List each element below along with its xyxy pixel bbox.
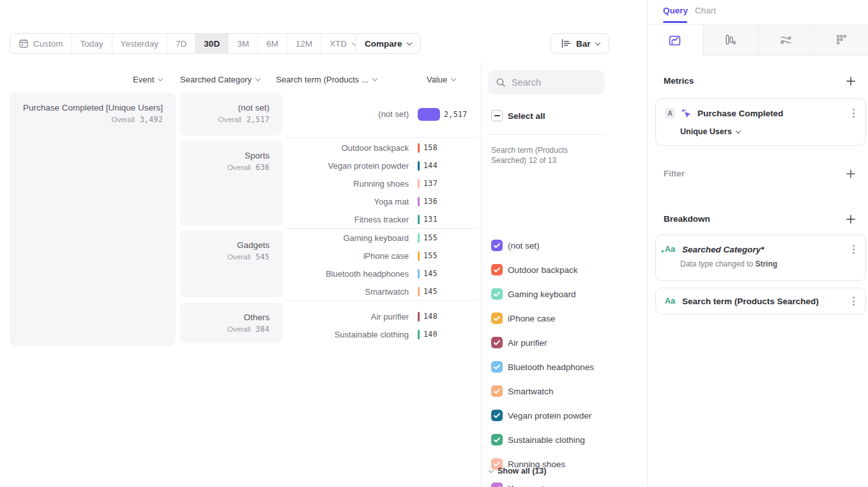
checkbox-checked[interactable] [491, 361, 503, 373]
checkbox-checked[interactable] [491, 264, 503, 275]
value-text: 2,517 [444, 110, 468, 119]
legend-panel: Select all Search term (Products Searche… [481, 61, 647, 487]
select-all[interactable]: Select all [491, 110, 545, 121]
tab-retention[interactable] [813, 25, 868, 56]
add-filter-button[interactable] [846, 169, 856, 179]
value-bar[interactable] [418, 269, 420, 279]
category-cell-not-set[interactable]: (not set) Overall2,517 [180, 93, 282, 135]
check-icon [491, 313, 503, 324]
tab-query[interactable]: Query [663, 6, 688, 15]
string-property-icon: Aa* [665, 245, 676, 254]
tab-chart[interactable]: Chart [695, 6, 716, 15]
report-type-tabs [648, 25, 868, 56]
column-header-category[interactable]: Searched Category [180, 75, 260, 84]
legend-search[interactable] [488, 70, 605, 95]
query-sidebar: Query Chart Metrics A Purchase Completed… [647, 0, 868, 487]
range-3m[interactable]: 3M [228, 34, 257, 53]
value-bar[interactable] [418, 312, 420, 321]
legend-item[interactable]: Sustainable clothing [491, 434, 585, 445]
term-row[interactable]: Running shoes 137 [286, 174, 478, 192]
legend-item[interactable]: Vegan protein powder [491, 410, 591, 421]
term-row[interactable]: Fitness tracker 131 [286, 210, 478, 228]
add-breakdown-button[interactable] [846, 214, 856, 224]
filter-header: Filter [664, 169, 685, 178]
kebab-menu-icon[interactable] [851, 107, 857, 120]
range-custom-label: Custom [33, 39, 63, 49]
value-text: 148 [423, 312, 438, 321]
legend-item[interactable]: Bluetooth headphones [491, 361, 594, 373]
term-label: Outdoor backpack [286, 143, 409, 153]
term-row[interactable]: iPhone case 155 [286, 247, 478, 265]
term-row[interactable]: Air purifier 148 [286, 307, 478, 325]
kebab-menu-icon[interactable] [851, 295, 857, 307]
range-today[interactable]: Today [72, 34, 112, 53]
checkbox-checked[interactable] [491, 288, 503, 300]
range-30d-selected[interactable]: 30D [195, 34, 228, 53]
range-custom[interactable]: Custom [10, 34, 72, 53]
term-label: Smartwatch [286, 287, 409, 297]
tab-insights[interactable] [648, 25, 703, 56]
column-header-value[interactable]: Value [427, 75, 455, 84]
add-metric-button[interactable] [846, 76, 856, 86]
term-row[interactable]: Outdoor backpack 158 [286, 139, 478, 157]
show-all-button[interactable]: Show all (13) [489, 467, 546, 475]
category-cell-gadgets[interactable]: Gadgets Overall545 [180, 230, 282, 297]
term-row[interactable]: Bluetooth headphones 145 [286, 265, 478, 282]
legend-item[interactable]: Smartwatch [491, 385, 553, 397]
select-all-checkbox-indeterminate[interactable] [491, 110, 503, 121]
checkbox-checked[interactable] [491, 483, 503, 487]
value-bar[interactable] [418, 108, 440, 121]
checkbox-checked[interactable] [491, 434, 503, 445]
tab-funnels[interactable] [703, 25, 758, 56]
range-7d[interactable]: 7D [167, 34, 195, 53]
term-row[interactable]: Gaming keyboard 155 [286, 229, 478, 247]
value-bar[interactable] [418, 161, 420, 171]
kebab-menu-icon[interactable] [851, 243, 857, 256]
event-cell[interactable]: Purchase Completed [Unique Users] Overal… [10, 93, 176, 346]
date-range-group: Custom Today Yesterday 7D 30D 3M 6M 12M … [10, 33, 365, 54]
checkbox-checked[interactable] [491, 385, 503, 397]
value-bar[interactable] [418, 143, 420, 153]
category-cell-others[interactable]: Others Overall384 [180, 302, 282, 343]
chevron-down-icon [406, 40, 411, 45]
chart-type-button[interactable]: Bar [551, 33, 609, 54]
range-12m[interactable]: 12M [287, 34, 321, 53]
tab-flows[interactable] [758, 25, 814, 56]
measure-selector[interactable]: Unique Users [680, 127, 865, 136]
legend-item[interactable]: Air purifier [491, 337, 547, 348]
legend-item[interactable]: (not set) [491, 240, 540, 251]
legend-item-label: Bluetooth headphones [508, 362, 594, 372]
term-row[interactable]: Smartwatch 145 [286, 282, 478, 300]
breakdown-card-searched-category[interactable]: Aa* Searched Category* Data type changed… [655, 235, 866, 281]
column-header-event[interactable]: Event [133, 75, 162, 84]
metric-event-name: Purchase Completed [697, 109, 783, 118]
value-bar[interactable] [418, 233, 420, 243]
range-yesterday[interactable]: Yesterday [112, 34, 167, 53]
category-cell-sports[interactable]: Sports Overall636 [180, 141, 282, 226]
legend-item[interactable]: iPhone case [491, 313, 555, 324]
breakdown-card-search-term[interactable]: Aa Search term (Products Searched) [655, 288, 866, 314]
search-input[interactable] [512, 77, 588, 88]
value-bar[interactable] [418, 287, 420, 297]
checkbox-checked[interactable] [491, 313, 503, 324]
legend-item[interactable]: Outdoor backpack [491, 264, 578, 275]
checkbox-checked[interactable] [491, 337, 503, 348]
term-row[interactable]: Yoga mat 136 [286, 192, 478, 210]
term-row[interactable]: (not set) 2,517 [286, 93, 478, 135]
column-header-term[interactable]: Search term (Products ... [276, 75, 377, 84]
checkbox-checked[interactable] [491, 410, 503, 421]
term-row[interactable]: Sustainable clothing 140 [286, 325, 478, 343]
range-6m[interactable]: 6M [257, 34, 287, 53]
value-bar[interactable] [418, 215, 420, 224]
metric-card[interactable]: A Purchase Completed Unique Users [655, 98, 866, 146]
checkbox-checked[interactable] [491, 240, 503, 251]
value-bar[interactable] [418, 251, 420, 261]
compare-button[interactable]: Compare [355, 33, 421, 54]
value-bar[interactable] [418, 179, 420, 189]
value-bar[interactable] [418, 330, 420, 339]
legend-item[interactable]: Gaming keyboard [491, 288, 576, 300]
value-bar[interactable] [418, 197, 420, 206]
value-text: 140 [423, 330, 438, 339]
legend-item[interactable]: Yoga mat [491, 483, 544, 487]
term-row[interactable]: Vegan protein powder 144 [286, 157, 478, 174]
